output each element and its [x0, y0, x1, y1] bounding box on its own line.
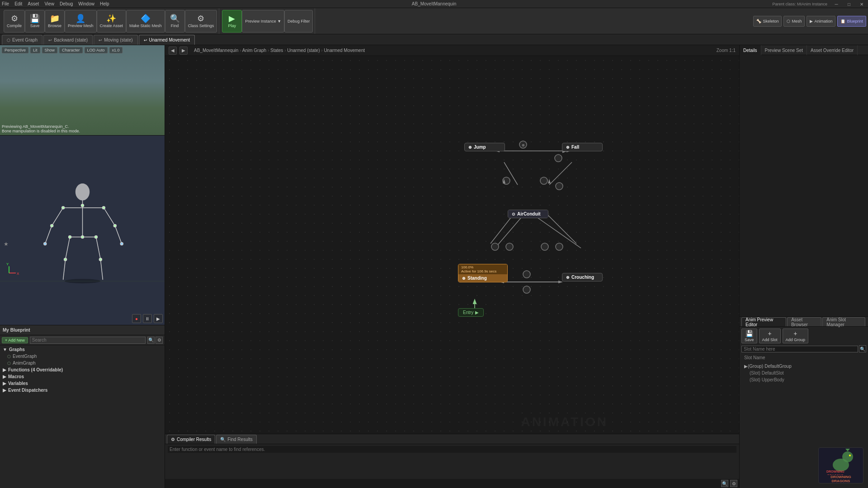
blueprint-search-input[interactable] [30, 337, 146, 344]
viewport-controls: Perspective Lit Show Character LOD Auto … [2, 47, 123, 53]
anim-slot-manager-tab[interactable]: Anim Slot Manager [822, 317, 865, 326]
entry-node[interactable]: Entry ▶ [458, 308, 484, 317]
svg-line-5 [45, 226, 52, 244]
state-machine-graph[interactable]: ANIMATION [165, 56, 739, 488]
breadcrumb-unarmed-state[interactable]: Unarmed (state) [287, 48, 320, 53]
perspective-button[interactable]: Perspective [2, 47, 28, 53]
play-button[interactable]: ▶ Play [222, 10, 242, 33]
breadcrumb-ab-move[interactable]: AB_MoveItMannequin [194, 48, 238, 53]
preview-instance-button[interactable]: Preview Instance ▼ [242, 10, 284, 33]
breadcrumb-unarmed-movement[interactable]: Unarmed Movement [324, 48, 365, 53]
browse-icon: 📁 [50, 14, 60, 23]
lod-button[interactable]: LOD Auto [85, 47, 108, 53]
breadcrumb-states[interactable]: States [270, 48, 283, 53]
air-conduit-node[interactable]: ⊙ AirConduit [508, 210, 548, 218]
record-button[interactable]: ● [132, 314, 141, 323]
slot-name-input[interactable] [741, 346, 858, 352]
menu-item-debug[interactable]: Debug [60, 1, 73, 6]
compiler-results-tab[interactable]: ⚙ Compiler Results [167, 435, 215, 444]
menu-item-window[interactable]: Window [78, 1, 94, 6]
make-static-mesh-button[interactable]: 🔷 Make Static Mesh [126, 10, 165, 33]
svg-point-46 [491, 243, 499, 250]
functions-section-header[interactable]: ▶ Functions (4 Overridable) [0, 366, 165, 373]
slot-group-default[interactable]: ▶(Group) DefaultGroup [741, 363, 866, 370]
bottom-search-icon[interactable]: 🔍 [721, 480, 728, 487]
air-conduit-icon: ⊙ [512, 212, 515, 216]
debug-filter-button[interactable]: Debug Filter [284, 10, 313, 33]
class-settings-button[interactable]: ⚙ Class Settings [185, 10, 217, 33]
slot-upper-body[interactable]: (Slot) UpperBody [741, 376, 866, 383]
anim-graph-item[interactable]: ⬡ AnimGraph [0, 360, 165, 366]
asset-override-tab[interactable]: Asset Override Editor [807, 45, 858, 55]
browse-button[interactable]: 📁 Browse [45, 10, 65, 33]
blueprint-mode-button[interactable]: 📋 Blueprint [837, 16, 866, 27]
find-references-input[interactable] [168, 446, 736, 453]
preview-mesh-button[interactable]: 👤 Preview Mesh [65, 10, 97, 33]
scale-button[interactable]: x1.0 [109, 47, 123, 53]
character-button[interactable]: Character [59, 47, 83, 53]
expand-icon: ▼ [3, 347, 7, 352]
settings-icon[interactable]: ⚙ [156, 337, 163, 344]
right-bottom-tab-bar: Anim Preview Editor Asset Browser Anim S… [740, 317, 868, 327]
nav-back-button[interactable]: ◀ [169, 47, 178, 55]
menu-item-asset[interactable]: Asset [28, 1, 39, 6]
slot-default-slot[interactable]: (Slot) DefaultSlot [741, 370, 866, 376]
animation-mode-button[interactable]: ▶ Animation [807, 16, 835, 27]
show-button[interactable]: Show [42, 47, 58, 53]
skeleton-viewport[interactable]: X Y ● ⏸ ▶ [0, 136, 165, 325]
add-group-button[interactable]: + Add Group [783, 328, 809, 343]
svg-point-22 [99, 258, 102, 261]
mesh-mode-button[interactable]: ⬡ Mesh [783, 16, 805, 27]
svg-point-50 [523, 271, 530, 278]
tab-backward-state[interactable]: ↩ Backward (state) [43, 35, 93, 45]
variables-section-header[interactable]: ▶ Variables [0, 380, 165, 387]
3d-viewport[interactable]: Perspective Lit Show Character LOD Auto … [0, 45, 165, 136]
event-dispatchers-section-header[interactable]: ▶ Event Dispatchers [0, 387, 165, 394]
asset-browser-tab[interactable]: Asset Browser [787, 317, 821, 326]
preview-scene-tab[interactable]: Preview Scene Set [761, 45, 807, 55]
tab-event-graph[interactable]: ⬡ Event Graph [2, 35, 42, 45]
bookmark-icon[interactable]: ★ [4, 241, 9, 247]
menu-item-edit[interactable]: Edit [14, 1, 22, 6]
forward-button[interactable]: ▶ [154, 314, 163, 323]
svg-line-12 [100, 259, 103, 280]
graphs-section-header[interactable]: ▼ Graphs [0, 346, 165, 353]
bottom-settings-icon[interactable]: ⚙ [730, 480, 737, 487]
add-new-button[interactable]: + Add New [2, 337, 28, 343]
save-button[interactable]: 💾 Save [25, 10, 45, 33]
find-results-tab[interactable]: 🔍 Find Results [216, 435, 257, 444]
lit-button[interactable]: Lit [30, 47, 40, 53]
menu-item-view[interactable]: View [44, 1, 54, 6]
skeleton-mode-button[interactable]: 🦴 Skeleton [753, 16, 782, 27]
fall-state-node[interactable]: ⊕ Fall [562, 143, 603, 151]
anim-preview-editor-tab[interactable]: Anim Preview Editor [741, 317, 786, 326]
create-asset-button[interactable]: ✨ Create Asset [97, 10, 127, 33]
svg-point-24 [81, 235, 84, 238]
svg-line-37 [545, 212, 576, 244]
details-tab[interactable]: Details [740, 45, 761, 55]
tab-unarmed-movement[interactable]: ↩ Unarmed Movement [139, 35, 195, 45]
standing-state-node[interactable]: 100.0% Active for 106.9s secs ⊕ Standing [458, 264, 508, 282]
close-button[interactable]: ✕ [855, 0, 868, 8]
maximize-button[interactable]: □ [843, 0, 855, 8]
macros-section-header[interactable]: ▶ Macros [0, 373, 165, 380]
jump-state-node[interactable]: ⊕ Jump [464, 143, 505, 151]
pause-button[interactable]: ⏸ [143, 314, 152, 323]
crouching-state-node[interactable]: ⊕ Crouching [562, 273, 603, 282]
slot-save-button[interactable]: 💾 Save [741, 328, 757, 343]
compile-button[interactable]: ⚙ Compile [4, 10, 25, 33]
menu-item-file[interactable]: File [2, 1, 9, 6]
bottom-content-area [165, 444, 739, 479]
add-slot-button[interactable]: + Add Slot [759, 328, 781, 343]
breadcrumb-anim-graph[interactable]: Anim Graph [242, 48, 266, 53]
nav-forward-button[interactable]: ▶ [179, 47, 189, 55]
event-graph-item[interactable]: ⬡ EventGraph [0, 353, 165, 360]
search-icon[interactable]: 🔍 [147, 337, 155, 344]
slot-search-button[interactable]: 🔍 [859, 345, 866, 352]
find-button[interactable]: 🔍 Find [165, 10, 185, 33]
minimize-button[interactable]: ─ [830, 0, 843, 8]
menu-item-help[interactable]: Help [100, 1, 109, 6]
compile-group: ⚙ Compile 💾 Save 📁 Browse 👤 Preview Mesh… [2, 8, 219, 34]
tab-moving-state[interactable]: ↩ Moving (state) [94, 35, 137, 45]
tab-unarmed-icon: ↩ [144, 38, 147, 42]
